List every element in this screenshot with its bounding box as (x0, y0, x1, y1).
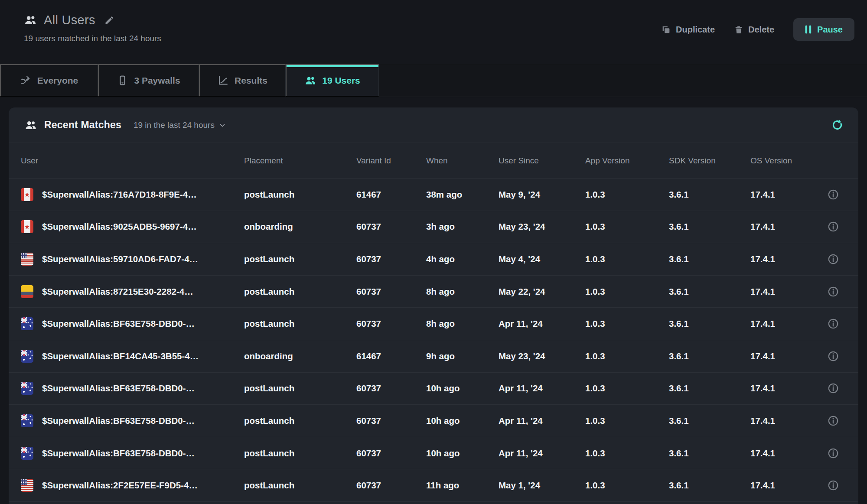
refresh-button[interactable] (831, 119, 844, 131)
table-row[interactable]: $SuperwallAlias:716A7D18-8F9E-4… postLau… (9, 179, 858, 211)
column-header-user: User (21, 156, 244, 166)
chart-icon (218, 75, 228, 86)
user-since-value: Apr 11, '24 (499, 416, 585, 426)
info-icon (828, 383, 839, 394)
os-version-value: 17.4.1 (750, 383, 815, 393)
row-info-button[interactable] (828, 318, 858, 329)
user-since-value: Apr 11, '24 (499, 319, 585, 329)
panel-title: Recent Matches (44, 119, 121, 131)
placement-value: postLaunch (244, 189, 356, 200)
tab-everyone[interactable]: Everyone (0, 64, 98, 97)
row-info-button[interactable] (828, 448, 858, 459)
tab-label: 19 Users (322, 75, 360, 86)
variant-id-value: 60737 (356, 416, 426, 426)
row-info-button[interactable] (828, 480, 858, 491)
variant-id-value: 60737 (356, 383, 426, 393)
table-row[interactable]: $SuperwallAlias:87215E30-2282-4… postLau… (9, 276, 858, 308)
row-info-button[interactable] (828, 415, 858, 426)
tab-users[interactable]: 19 Users (286, 64, 379, 97)
table-row[interactable]: $SuperwallAlias:BF63E758-DBD0-… postLaun… (9, 437, 858, 470)
flag-australia-icon (21, 414, 33, 427)
placement-value: postLaunch (244, 286, 356, 297)
table-row[interactable]: $SuperwallAlias:BF14CA45-3B55-4… onboard… (9, 340, 858, 373)
app-version-value: 1.0.3 (585, 189, 669, 200)
user-alias: $SuperwallAlias:716A7D18-8F9E-4… (42, 189, 197, 200)
variant-id-value: 60737 (356, 480, 426, 491)
placement-value: onboarding (244, 221, 356, 232)
duplicate-icon (661, 25, 671, 35)
table-body: $SuperwallAlias:716A7D18-8F9E-4… postLau… (9, 179, 858, 502)
variant-id-value: 61467 (356, 189, 426, 200)
tab-results[interactable]: Results (199, 64, 286, 97)
flag-australia-icon (21, 382, 33, 395)
app-version-value: 1.0.3 (585, 286, 669, 297)
row-info-button[interactable] (828, 221, 858, 232)
when-value: 10h ago (426, 448, 499, 458)
os-version-value: 17.4.1 (750, 416, 815, 426)
column-header-app-version: App Version (585, 156, 669, 166)
user-alias: $SuperwallAlias:2F2E57EE-F9D5-4… (42, 480, 198, 491)
os-version-value: 17.4.1 (750, 189, 815, 200)
header-actions: Duplicate Delete Pause (661, 18, 854, 41)
flag-australia-icon (21, 317, 33, 330)
column-header-when: When (426, 156, 499, 166)
duplicate-button[interactable]: Duplicate (661, 25, 715, 35)
table-row[interactable]: $SuperwallAlias:59710AD6-FAD7-4… postLau… (9, 243, 858, 276)
user-alias: $SuperwallAlias:BF63E758-DBD0-… (42, 448, 195, 458)
column-header-variant-id: Variant Id (356, 156, 426, 166)
variant-id-value: 61467 (356, 351, 426, 361)
info-icon (828, 221, 839, 232)
user-since-value: May 4, '24 (499, 254, 585, 264)
user-alias: $SuperwallAlias:BF14CA45-3B55-4… (42, 351, 199, 361)
table-row[interactable]: $SuperwallAlias:9025ADB5-9697-4… onboard… (9, 211, 858, 244)
placement-value: onboarding (244, 351, 356, 361)
column-header-sdk-version: SDK Version (669, 156, 750, 166)
row-info-button[interactable] (828, 254, 858, 265)
info-icon (828, 415, 839, 426)
user-alias: $SuperwallAlias:59710AD6-FAD7-4… (42, 254, 198, 264)
table-row[interactable]: $SuperwallAlias:BF63E758-DBD0-… postLaun… (9, 405, 858, 437)
os-version-value: 17.4.1 (750, 319, 815, 329)
pause-button[interactable]: Pause (793, 18, 854, 41)
sdk-version-value: 3.6.1 (669, 351, 750, 361)
user-since-value: May 22, '24 (499, 286, 585, 297)
sdk-version-value: 3.6.1 (669, 221, 750, 232)
app-version-value: 1.0.3 (585, 319, 669, 329)
row-info-button[interactable] (828, 189, 858, 200)
os-version-value: 17.4.1 (750, 254, 815, 264)
variant-id-value: 60737 (356, 286, 426, 297)
user-since-value: Apr 11, '24 (499, 383, 585, 393)
flag-canada-icon (21, 188, 33, 201)
when-value: 10h ago (426, 416, 499, 426)
time-range-dropdown[interactable]: 19 in the last 24 hours (134, 120, 226, 130)
user-since-value: Apr 11, '24 (499, 448, 585, 458)
row-info-button[interactable] (828, 383, 858, 394)
delete-label: Delete (748, 25, 774, 35)
flag-canada-icon (21, 220, 33, 233)
os-version-value: 17.4.1 (750, 480, 815, 491)
when-value: 4h ago (426, 254, 499, 264)
tab-label: Everyone (37, 75, 78, 86)
split-arrow-icon (20, 75, 31, 86)
table-row[interactable]: $SuperwallAlias:2F2E57EE-F9D5-4… postLau… (9, 469, 858, 502)
tab-bar: Everyone 3 Paywalls Results (0, 64, 867, 97)
flag-australia-icon (21, 350, 33, 363)
info-icon (828, 189, 839, 200)
placement-value: postLaunch (244, 448, 356, 458)
row-info-button[interactable] (828, 351, 858, 362)
tab-paywalls[interactable]: 3 Paywalls (98, 64, 199, 97)
table-row[interactable]: $SuperwallAlias:BF63E758-DBD0-… postLaun… (9, 373, 858, 405)
edit-title-button[interactable] (104, 15, 114, 26)
row-info-button[interactable] (828, 286, 858, 297)
delete-button[interactable]: Delete (734, 25, 774, 35)
table-row[interactable]: $SuperwallAlias:BF63E758-DBD0-… postLaun… (9, 308, 858, 340)
when-value: 11h ago (426, 480, 499, 491)
variant-id-value: 60737 (356, 221, 426, 232)
os-version-value: 17.4.1 (750, 351, 815, 361)
phone-icon (117, 75, 128, 86)
users-icon (25, 120, 37, 131)
sdk-version-value: 3.6.1 (669, 189, 750, 200)
page-title: All Users (44, 13, 95, 27)
placement-value: postLaunch (244, 254, 356, 264)
sdk-version-value: 3.6.1 (669, 448, 750, 458)
